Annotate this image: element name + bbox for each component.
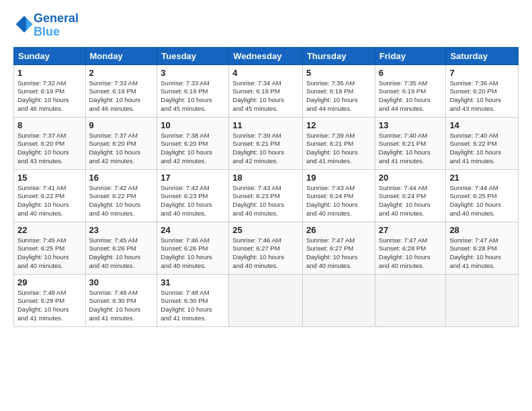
calendar-cell: 2Sunrise: 7:33 AM Sunset: 6:19 PM Daylig… — [85, 64, 157, 117]
calendar-cell: 14Sunrise: 7:40 AM Sunset: 6:22 PM Dayli… — [446, 117, 519, 169]
calendar-cell: 12Sunrise: 7:39 AM Sunset: 6:21 PM Dayli… — [302, 117, 375, 169]
calendar-cell: 10Sunrise: 7:38 AM Sunset: 6:20 PM Dayli… — [157, 117, 229, 169]
day-number: 5 — [306, 68, 371, 78]
day-info: Sunrise: 7:41 AM Sunset: 6:22 PM Dayligh… — [17, 184, 82, 218]
day-number: 10 — [161, 120, 225, 130]
calendar-cell — [229, 274, 303, 326]
calendar-cell: 18Sunrise: 7:43 AM Sunset: 6:23 PM Dayli… — [229, 169, 303, 222]
day-number: 2 — [89, 68, 154, 78]
day-info: Sunrise: 7:40 AM Sunset: 6:21 PM Dayligh… — [379, 132, 443, 166]
svg-marker-1 — [26, 17, 32, 30]
day-number: 16 — [89, 173, 154, 183]
day-info: Sunrise: 7:39 AM Sunset: 6:21 PM Dayligh… — [232, 132, 299, 166]
calendar-cell: 11Sunrise: 7:39 AM Sunset: 6:21 PM Dayli… — [229, 117, 303, 169]
calendar-cell: 7Sunrise: 7:36 AM Sunset: 6:20 PM Daylig… — [446, 64, 519, 117]
day-info: Sunrise: 7:32 AM Sunset: 6:19 PM Dayligh… — [17, 79, 82, 113]
day-number: 20 — [379, 173, 443, 183]
calendar-cell: 20Sunrise: 7:44 AM Sunset: 6:24 PM Dayli… — [375, 169, 446, 222]
day-info: Sunrise: 7:36 AM Sunset: 6:20 PM Dayligh… — [449, 79, 515, 113]
calendar-week-row: 8Sunrise: 7:37 AM Sunset: 6:20 PM Daylig… — [14, 117, 519, 169]
calendar-cell: 25Sunrise: 7:46 AM Sunset: 6:27 PM Dayli… — [229, 222, 303, 274]
day-number: 22 — [17, 225, 82, 235]
day-number: 19 — [306, 173, 371, 183]
day-number: 27 — [379, 225, 443, 235]
calendar-cell — [375, 274, 446, 326]
day-info: Sunrise: 7:37 AM Sunset: 6:20 PM Dayligh… — [89, 132, 154, 166]
day-number: 4 — [232, 68, 299, 78]
calendar-cell: 5Sunrise: 7:35 AM Sunset: 6:19 PM Daylig… — [302, 64, 375, 117]
day-info: Sunrise: 7:39 AM Sunset: 6:21 PM Dayligh… — [306, 132, 371, 166]
day-info: Sunrise: 7:35 AM Sunset: 6:19 PM Dayligh… — [306, 79, 371, 113]
day-info: Sunrise: 7:44 AM Sunset: 6:24 PM Dayligh… — [379, 184, 443, 218]
calendar-cell: 21Sunrise: 7:44 AM Sunset: 6:25 PM Dayli… — [446, 169, 519, 222]
calendar-cell: 15Sunrise: 7:41 AM Sunset: 6:22 PM Dayli… — [14, 169, 86, 222]
calendar-cell — [302, 274, 375, 326]
day-number: 8 — [17, 120, 82, 130]
calendar-cell: 9Sunrise: 7:37 AM Sunset: 6:20 PM Daylig… — [85, 117, 157, 169]
day-info: Sunrise: 7:46 AM Sunset: 6:27 PM Dayligh… — [232, 236, 299, 271]
day-number: 6 — [379, 68, 443, 78]
day-number: 15 — [17, 173, 82, 183]
day-number: 23 — [89, 225, 154, 235]
day-number: 28 — [449, 225, 515, 235]
calendar-body: 1Sunrise: 7:32 AM Sunset: 6:19 PM Daylig… — [14, 64, 519, 326]
day-info: Sunrise: 7:40 AM Sunset: 6:22 PM Dayligh… — [449, 132, 515, 166]
calendar-cell: 28Sunrise: 7:47 AM Sunset: 6:28 PM Dayli… — [446, 222, 519, 274]
weekday-header: Saturday — [446, 47, 519, 64]
day-number: 14 — [449, 120, 515, 130]
day-number: 21 — [449, 173, 515, 183]
day-info: Sunrise: 7:48 AM Sunset: 6:29 PM Dayligh… — [17, 289, 82, 323]
calendar-cell: 24Sunrise: 7:46 AM Sunset: 6:26 PM Dayli… — [157, 222, 229, 274]
day-number: 7 — [449, 68, 515, 78]
day-info: Sunrise: 7:37 AM Sunset: 6:20 PM Dayligh… — [17, 132, 82, 166]
day-number: 24 — [161, 225, 225, 235]
calendar-cell: 27Sunrise: 7:47 AM Sunset: 6:28 PM Dayli… — [375, 222, 446, 274]
day-number: 26 — [306, 225, 371, 235]
header: GeneralBlue — [13, 12, 519, 39]
day-info: Sunrise: 7:48 AM Sunset: 6:30 PM Dayligh… — [89, 289, 154, 323]
day-info: Sunrise: 7:43 AM Sunset: 6:24 PM Dayligh… — [306, 184, 371, 218]
day-number: 17 — [161, 173, 225, 183]
calendar-cell: 16Sunrise: 7:42 AM Sunset: 6:22 PM Dayli… — [85, 169, 157, 222]
day-info: Sunrise: 7:42 AM Sunset: 6:22 PM Dayligh… — [89, 184, 154, 218]
day-number: 29 — [17, 277, 82, 287]
day-info: Sunrise: 7:42 AM Sunset: 6:23 PM Dayligh… — [161, 184, 225, 218]
calendar: SundayMondayTuesdayWednesdayThursdayFrid… — [13, 47, 519, 327]
calendar-cell: 6Sunrise: 7:35 AM Sunset: 6:19 PM Daylig… — [375, 64, 446, 117]
calendar-cell: 29Sunrise: 7:48 AM Sunset: 6:29 PM Dayli… — [14, 274, 86, 326]
day-info: Sunrise: 7:44 AM Sunset: 6:25 PM Dayligh… — [449, 184, 515, 218]
logo: GeneralBlue — [13, 12, 79, 39]
day-info: Sunrise: 7:33 AM Sunset: 6:19 PM Dayligh… — [89, 79, 154, 113]
day-number: 18 — [232, 173, 299, 183]
day-info: Sunrise: 7:38 AM Sunset: 6:20 PM Dayligh… — [161, 132, 225, 166]
calendar-week-row: 29Sunrise: 7:48 AM Sunset: 6:29 PM Dayli… — [14, 274, 519, 326]
calendar-cell: 26Sunrise: 7:47 AM Sunset: 6:27 PM Dayli… — [302, 222, 375, 274]
day-number: 30 — [89, 277, 154, 287]
calendar-cell: 17Sunrise: 7:42 AM Sunset: 6:23 PM Dayli… — [157, 169, 229, 222]
day-info: Sunrise: 7:48 AM Sunset: 6:30 PM Dayligh… — [161, 289, 225, 323]
day-info: Sunrise: 7:33 AM Sunset: 6:19 PM Dayligh… — [161, 79, 225, 113]
calendar-cell: 19Sunrise: 7:43 AM Sunset: 6:24 PM Dayli… — [302, 169, 375, 222]
day-info: Sunrise: 7:35 AM Sunset: 6:19 PM Dayligh… — [379, 79, 443, 113]
day-info: Sunrise: 7:47 AM Sunset: 6:28 PM Dayligh… — [449, 236, 515, 271]
logo-text: GeneralBlue — [34, 12, 79, 39]
day-number: 12 — [306, 120, 371, 130]
day-info: Sunrise: 7:47 AM Sunset: 6:28 PM Dayligh… — [379, 236, 443, 271]
day-info: Sunrise: 7:45 AM Sunset: 6:26 PM Dayligh… — [89, 236, 154, 271]
day-number: 31 — [161, 277, 225, 287]
page: GeneralBlue SundayMondayTuesdayWednesday… — [0, 0, 532, 334]
day-info: Sunrise: 7:34 AM Sunset: 6:19 PM Dayligh… — [232, 79, 299, 113]
calendar-cell: 22Sunrise: 7:45 AM Sunset: 6:25 PM Dayli… — [14, 222, 86, 274]
calendar-cell: 1Sunrise: 7:32 AM Sunset: 6:19 PM Daylig… — [14, 64, 86, 117]
calendar-cell: 30Sunrise: 7:48 AM Sunset: 6:30 PM Dayli… — [85, 274, 157, 326]
calendar-cell: 4Sunrise: 7:34 AM Sunset: 6:19 PM Daylig… — [229, 64, 303, 117]
day-number: 3 — [161, 68, 225, 78]
calendar-cell: 8Sunrise: 7:37 AM Sunset: 6:20 PM Daylig… — [14, 117, 86, 169]
day-number: 11 — [232, 120, 299, 130]
day-number: 13 — [379, 120, 443, 130]
calendar-week-row: 1Sunrise: 7:32 AM Sunset: 6:19 PM Daylig… — [14, 64, 519, 117]
day-info: Sunrise: 7:46 AM Sunset: 6:26 PM Dayligh… — [161, 236, 225, 271]
weekday-header: Friday — [375, 47, 446, 64]
day-number: 1 — [17, 68, 82, 78]
day-info: Sunrise: 7:47 AM Sunset: 6:27 PM Dayligh… — [306, 236, 371, 271]
